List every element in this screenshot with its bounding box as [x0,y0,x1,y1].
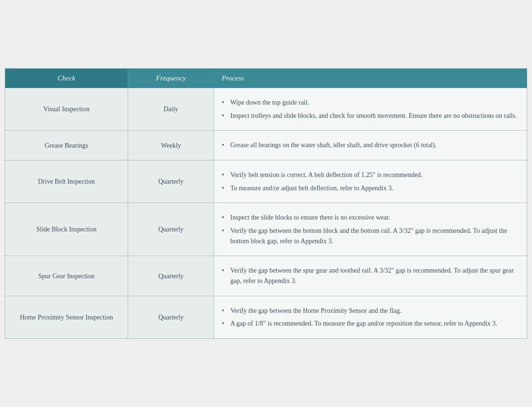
process-item: Verify the gap between the bottom block … [222,226,519,246]
check-cell-grease-bearings: Grease Bearings [5,131,128,160]
process-item: Verify the gap between the Home Proximit… [222,306,519,316]
freq-cell-drive-belt-inspection: Quarterly [128,160,214,203]
process-item: Verify the gap between the spur gear and… [222,265,519,286]
freq-cell-slide-block-inspection: Quarterly [128,203,214,256]
process-cell-slide-block-inspection: Inspect the slide blocks to ensure there… [214,203,527,256]
table-row: Visual InspectionDailyWipe down the top … [5,88,527,131]
check-cell-home-proximity-sensor-inspection: Home Proximity Sensor Inspection [5,296,128,338]
process-list-spur-gear-inspection: Verify the gap between the spur gear and… [222,265,519,286]
process-item: Verify belt tension is correct. A belt d… [222,170,519,180]
header-process: Process [214,69,527,88]
check-cell-spur-gear-inspection: Spur Gear Inspection [5,256,128,295]
table-row: Grease BearingsWeeklyGrease all bearings… [5,131,527,160]
freq-cell-grease-bearings: Weekly [128,131,214,160]
process-list-visual-inspection: Wipe down the top guide rail.Inspect tro… [222,97,519,121]
process-item: Grease all bearings on the water shaft, … [222,140,519,150]
process-cell-drive-belt-inspection: Verify belt tension is correct. A belt d… [214,160,527,203]
process-cell-spur-gear-inspection: Verify the gap between the spur gear and… [214,256,527,295]
header-frequency: Frequency [128,69,214,88]
table-header: Check Frequency Process [5,69,527,88]
header-check: Check [5,69,128,88]
freq-cell-home-proximity-sensor-inspection: Quarterly [128,296,214,338]
table-row: Spur Gear InspectionQuarterlyVerify the … [5,256,527,296]
process-list-slide-block-inspection: Inspect the slide blocks to ensure there… [222,212,519,246]
freq-cell-visual-inspection: Daily [128,88,214,130]
process-item: Wipe down the top guide rail. [222,97,519,108]
process-item: Inspect trolleys and slide blocks, and c… [222,111,519,121]
process-list-drive-belt-inspection: Verify belt tension is correct. A belt d… [222,170,519,193]
process-cell-grease-bearings: Grease all bearings on the water shaft, … [214,131,527,160]
table-row: Home Proximity Sensor InspectionQuarterl… [5,296,527,338]
check-cell-visual-inspection: Visual Inspection [5,88,128,130]
freq-cell-spur-gear-inspection: Quarterly [128,256,214,295]
table-row: Slide Block InspectionQuarterlyInspect t… [5,203,527,256]
process-cell-home-proximity-sensor-inspection: Verify the gap between the Home Proximit… [214,296,527,338]
check-cell-drive-belt-inspection: Drive Belt Inspection [5,160,128,203]
process-item: Inspect the slide blocks to ensure there… [222,212,519,223]
process-item: A gap of 1/8" is recommended. To measure… [222,319,519,329]
process-list-home-proximity-sensor-inspection: Verify the gap between the Home Proximit… [222,306,519,329]
check-cell-slide-block-inspection: Slide Block Inspection [5,203,128,256]
maintenance-table: Check Frequency Process Visual Inspectio… [5,68,527,339]
process-cell-visual-inspection: Wipe down the top guide rail.Inspect tro… [214,88,527,130]
process-list-grease-bearings: Grease all bearings on the water shaft, … [222,140,519,150]
process-item: To measure and/or adjust belt deflection… [222,183,519,194]
table-row: Drive Belt InspectionQuarterlyVerify bel… [5,160,527,203]
table-body: Visual InspectionDailyWipe down the top … [5,88,527,338]
